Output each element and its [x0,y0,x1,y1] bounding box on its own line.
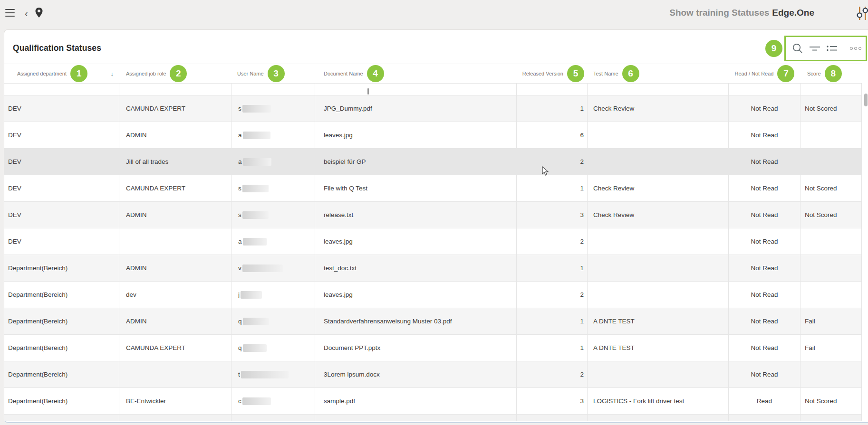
back-icon[interactable]: ‹ [25,7,28,20]
cell-version: 1 [517,335,588,361]
vertical-scrollbar-thumb[interactable] [864,94,868,106]
table-body: DEVCAMUNDA EXPERTsJPG_Dummy.pdf1Check Re… [4,84,862,421]
cell-document: JPG_Dummy.pdf [315,95,517,122]
annotation-circle-8: 8 [825,65,842,82]
cell-user: t [231,361,315,387]
cell-document: File with Q Test [315,175,517,201]
table-row[interactable]: DEVCAMUNDA EXPERTsJPG_Dummy.pdf1Check Re… [4,95,862,122]
table-row[interactable]: Department(Bereich)t3Lorem ipsum.docx2No… [4,361,862,388]
column-label: Assigned department [17,71,67,76]
qualification-statuses-panel: Qualification Statuses 9 Assigned depart… [4,29,868,423]
cell-score: Not Scored [800,175,862,201]
table-row[interactable]: DEVADMINaleaves.jpg6Not Read [4,122,862,149]
cell-document: 3Lorem ipsum.docx [315,361,517,387]
cell-version: 2 [517,282,588,308]
cell-department: Department(Bereich) [4,361,119,387]
column-header-test[interactable]: Test Name6 [588,64,729,83]
annotation-circle-5: 5 [567,65,584,82]
table-row[interactable]: Department(Bereich)ADMINvtest_doc.txt1No… [4,255,862,282]
cell-score: Not Scored [800,95,862,122]
cell [800,84,862,95]
cell-document: leaves.jpg [315,122,517,148]
table-row[interactable]: Department(Bereich)BE-Entwicklercsample.… [4,388,862,415]
cell-department: DEV [4,175,119,201]
cell-job_role: Jill of all trades [119,149,231,175]
cell [4,415,119,421]
cell [800,415,862,421]
cell-department: DEV [4,122,119,148]
table-row-partial-bottom[interactable] [4,415,862,421]
menu-icon[interactable] [5,9,15,18]
column-label: User Name [237,71,264,76]
cell-user: a [231,122,315,148]
column-header-version[interactable]: Released Version5 [517,64,588,83]
cell-department: Department(Bereich) [4,388,119,414]
user-name-prefix: c [238,397,241,405]
annotation-circle-1: 1 [70,65,87,82]
cell-test [588,361,729,387]
column-label: Released Version [522,71,563,76]
redacted-user-name [243,238,267,246]
cell-score [800,282,862,308]
cell-job_role: CAMUNDA EXPERT [119,175,231,201]
cell [4,84,119,95]
redacted-user-name [243,132,270,139]
cell-version: 1 [517,95,588,122]
cell-user: q [231,308,315,334]
cell-version: 2 [517,361,588,387]
cell-document: Document PPT.pptx [315,335,517,361]
cell-score [800,149,862,175]
cell-job_role: ADMIN [119,255,231,281]
cell-read: Not Read [729,175,800,201]
table-row[interactable]: DEVCAMUNDA EXPERTsFile with Q Test1Check… [4,175,862,202]
location-pin-icon[interactable] [34,7,44,21]
list-view-icon[interactable] [826,42,838,55]
redacted-user-name [242,264,283,272]
redacted-user-name [242,211,269,219]
cell-read: Not Read [729,149,800,175]
cell [588,415,729,421]
table-row[interactable]: DEValeaves.jpg2Not Read [4,228,862,255]
table-row[interactable]: Department(Bereich)CAMUNDA EXPERTqDocume… [4,335,862,361]
cell-job_role: ADMIN [119,308,231,334]
annotation-circle-9: 9 [765,40,782,57]
cell-user: a [231,149,315,175]
table-row[interactable]: Department(Bereich)ADMINqStandardverfahr… [4,308,862,335]
app-title-brand: Edge.One [772,8,814,18]
cell-version: 2 [517,149,588,175]
annotation-circle-4: 4 [367,65,384,82]
cell-document: sample.pdf [315,388,517,414]
table-toolbar [784,36,867,61]
table-row[interactable]: DEVADMINsrelease.txt3Check ReviewNot Rea… [4,202,862,228]
cell-version: 6 [517,122,588,148]
cell-job_role: BE-Entwickler [119,388,231,414]
user-name-prefix: q [238,344,242,351]
column-label: Score [807,71,821,76]
search-icon[interactable] [791,42,804,55]
column-header-document[interactable]: Document Name4 [315,64,517,83]
cell-job_role: ADMIN [119,202,231,228]
table-row[interactable]: DEVJill of all tradesabeispiel für GP2No… [4,149,862,175]
cell-department: Department(Bereich) [4,335,119,361]
column-header-job_role[interactable]: Assigned job role2 [119,64,231,83]
cell-user: j [231,282,315,308]
redacted-user-name [242,185,269,192]
user-name-prefix: q [238,318,242,325]
sliders-settings-icon[interactable] [857,5,868,24]
table-header-row: Assigned department1↓Assigned job role2U… [4,64,862,84]
column-header-department[interactable]: Assigned department1↓ [4,64,119,83]
cell-department: DEV [4,95,119,122]
cell-version: 3 [517,388,588,414]
cell-user: s [231,95,315,122]
column-header-score[interactable]: Score8 [800,64,862,83]
more-options-icon[interactable] [850,47,861,50]
table-row[interactable]: Department(Bereich)devjleaves.jpg2Not Re… [4,282,862,308]
cell-score [800,228,862,255]
column-header-user[interactable]: User Name3 [231,64,315,83]
redacted-user-name [243,318,269,325]
filter-icon[interactable] [809,42,821,55]
cell [119,84,231,95]
table-row-partial-top[interactable] [4,84,862,95]
column-header-read[interactable]: Read / Not Read7 [729,64,800,83]
cell-read: Read [729,388,800,414]
